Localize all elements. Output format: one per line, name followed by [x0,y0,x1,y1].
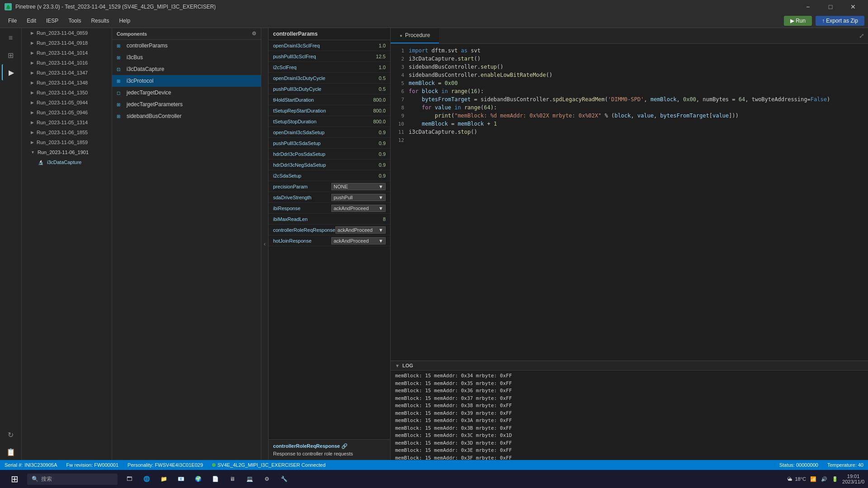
line-content: for value in range(64): [409,104,868,111]
menu-file[interactable]: File [4,16,21,26]
param-name: controllerRoleReqResponse [273,227,335,233]
restore-button[interactable]: □ [820,0,841,14]
param-row: ibiMaxReadLen8 [269,214,390,225]
line-content: i3cDataCapture.stop() [409,129,868,135]
taskbar-app-4[interactable]: 📧 [173,471,189,487]
taskbar-app-5[interactable]: 🌍 [190,471,206,487]
run-item-9[interactable]: ▶Run_2023-11-05_0946 [22,108,112,117]
component-jedecTargetParameters[interactable]: ⊞ jedecTargetParameters [112,99,261,110]
log-line: memBlock: 15 memAddr: 0x3B mrbyte: 0xFF [395,425,863,432]
param-value: 1.0 [331,65,386,70]
menu-items: File Edit IESP Tools Results Help [4,16,135,26]
param-name: tSetupRepStartDuration [273,108,331,113]
component-icon-controllerParams: ⊞ [117,43,124,48]
tray-battery-icon[interactable]: 🔋 [831,475,839,483]
run-item-1[interactable]: ▶Run_2023-11-04_0859 [22,28,112,38]
run-item-13[interactable]: ▼Run_2023-11-06_1901 [22,147,112,157]
param-value: 800.0 [331,97,386,103]
procedure-tab[interactable]: ● Procedure [391,28,439,43]
taskbar-apps: 🗔 🌐 📁 📧 🌍 📄 🖥 💻 ⚙ 🔧 [121,471,292,487]
components-settings-icon[interactable]: ⚙ [252,31,256,37]
weather-icon: 🌥 [787,476,792,482]
code-line: 8 for value in range(64): [391,104,868,113]
param-dropdown[interactable]: ackAndProceed▼ [335,226,386,234]
taskbar-app-8[interactable]: 💻 [241,471,258,487]
tray-volume-icon[interactable]: 🔊 [821,475,828,483]
run-item-12[interactable]: ▶Run_2023-11-06_1859 [22,137,112,147]
run-item-6[interactable]: ▶Run_2023-11-04_1348 [22,78,112,88]
procedure-panel: ● Procedure ⤢ 1import dftm.svt as svt2i3… [391,28,868,361]
run-item-4[interactable]: ▶Run_2023-11-04_1016 [22,58,112,68]
menu-tools[interactable]: Tools [64,16,85,26]
taskbar-app-1[interactable]: 🗔 [121,471,137,487]
minimize-button[interactable]: − [797,0,818,14]
sidebar-log-icon[interactable]: 📋 [2,444,20,460]
run-item-2[interactable]: ▶Run_2023-11-04_0918 [22,38,112,48]
export-button[interactable]: ↑ Export as Zip [816,16,864,26]
status-personality: Personality: FWSV4E4I3C01E029 [127,462,203,468]
line-number: 11 [391,129,409,135]
run-item-7[interactable]: ▶Run_2023-11-04_1350 [22,88,112,98]
param-value: 12.5 [331,54,386,59]
run-item-11[interactable]: ▶Run_2023-11-06_1855 [22,127,112,137]
run-button[interactable]: ▶ Run [784,16,812,26]
param-row: sdaDriveStrengthpushPull▼ [269,192,390,203]
param-name: i2cSdaSetup [273,173,331,178]
param-dropdown[interactable]: NONE▼ [331,183,386,190]
code-line: 6for block in range(16): [391,88,868,96]
expand-button[interactable]: ⤢ [859,28,864,43]
run-item-10[interactable]: ▶Run_2023-11-05_1314 [22,117,112,127]
component-i3cProtocol[interactable]: ⊞ i3cProtocol [112,75,261,87]
taskbar-search[interactable]: 🔍 搜索 [27,474,118,485]
sidebar-refresh-icon[interactable]: ↻ [2,427,20,443]
taskbar-app-6[interactable]: 📄 [207,471,223,487]
menu-iesp[interactable]: IESP [42,16,63,26]
params-title: controllerParams [273,31,318,37]
param-name: hdrDdrI3cPosSdaSetup [273,151,331,157]
menu-edit[interactable]: Edit [22,16,41,26]
param-value: 0.9 [331,141,386,146]
start-button[interactable]: ⊞ [4,471,25,487]
log-line: memBlock: 15 memAddr: 0x3E mrbyte: 0xFF [395,447,863,455]
log-header[interactable]: ▼ LOG [391,361,868,371]
component-controllerParams[interactable]: ⊞ controllerParams [112,40,261,52]
run-item-8[interactable]: ▶Run_2023-11-05_0944 [22,98,112,108]
tooltip-title: controllerRoleReqResponse 🔗 [273,443,386,449]
param-dropdown[interactable]: ackAndProceed▼ [331,237,386,244]
components-list: ⊞ controllerParams ⊞ i3cBus ⊡ i3cDataCap… [112,40,261,460]
param-dropdown[interactable]: pushPull▼ [331,194,386,201]
panel-collapse-button[interactable]: ‹ [261,28,269,460]
tray-network-icon[interactable]: 📶 [810,475,817,483]
taskbar-app-10[interactable]: 🔧 [276,471,292,487]
param-row: hdrDdrI3cNegSdaSetup0.9 [269,160,390,170]
taskbar-app-9[interactable]: ⚙ [259,471,275,487]
app-icon: 🌲 [5,3,12,10]
menu-help[interactable]: Help [114,16,135,26]
param-dropdown[interactable]: ackAndProceed▼ [331,205,386,212]
component-jedecTargetDevice[interactable]: ◻ jedecTargetDevice [112,87,261,99]
taskbar-app-7[interactable]: 🖥 [224,471,241,487]
icon-sidebar: ≡ ⊞ ▶ ↻ 📋 [0,28,22,460]
param-name: openDrainI3cSclFreq [273,43,331,48]
close-button[interactable]: ✕ [843,0,863,14]
component-sidebandBusController[interactable]: ⊞ sidebandBusController [112,110,261,122]
param-row: i2cSdaSetup0.9 [269,170,390,181]
component-i3cDataCapture[interactable]: ⊡ i3cDataCapture [112,63,261,75]
param-name: hdrDdrI3cNegSdaSetup [273,162,331,168]
component-i3cBus[interactable]: ⊞ i3cBus [112,52,261,63]
clock[interactable]: 19:01 2023/11/0 [842,474,864,484]
sidebar-run-icon[interactable]: ▶ [2,64,20,80]
param-row: openDrainI3cDutyCycle0.5 [269,73,390,84]
code-line: 11i3cDataCapture.stop() [391,129,868,137]
run-item-5[interactable]: ▶Run_2023-11-04_1347 [22,68,112,78]
sidebar-filter-icon[interactable]: ⊞ [2,47,20,63]
taskbar-app-3[interactable]: 📁 [156,471,172,487]
run-item-3[interactable]: ▶Run_2023-11-04_1014 [22,48,112,58]
run-child-item[interactable]: 🔬i3cDataCapture [22,157,112,167]
log-line: memBlock: 15 memAddr: 0x3F mrbyte: 0xFF [395,455,863,460]
menu-results[interactable]: Results [86,16,113,26]
code-line: 12 [391,137,868,145]
log-line: memBlock: 15 memAddr: 0x37 mrbyte: 0xFF [395,395,863,403]
taskbar-app-2[interactable]: 🌐 [138,471,155,487]
sidebar-explorer-icon[interactable]: ≡ [2,30,20,46]
